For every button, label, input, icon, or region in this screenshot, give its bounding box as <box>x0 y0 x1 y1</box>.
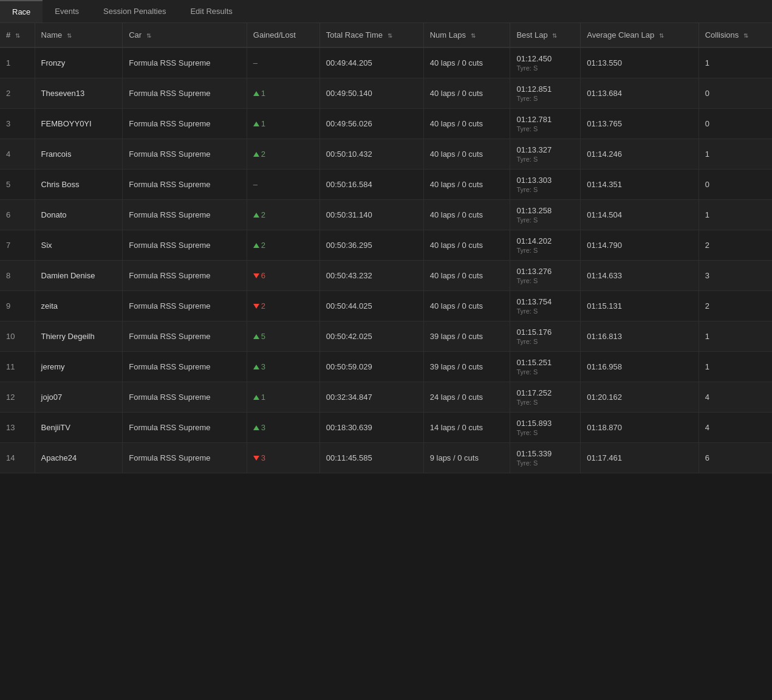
sort-icon-name: ⇅ <box>67 32 72 39</box>
cell-total-time: 00:49:44.205 <box>319 47 423 78</box>
cell-name: jeremy <box>35 352 123 382</box>
best-lap-time: 01:13.258 <box>516 206 552 215</box>
cell-collisions: 0 <box>699 170 772 200</box>
col-best-lap[interactable]: Best Lap ⇅ <box>510 23 581 47</box>
tab-events[interactable]: Events <box>43 0 91 22</box>
cell-num-laps: 40 laps / 0 cuts <box>423 261 510 291</box>
cell-gained: 5 <box>247 321 319 352</box>
table-row: 3FEMBOYY0YIFormula RSS Supreme100:49:56.… <box>0 109 772 139</box>
cell-collisions: 1 <box>699 200 772 230</box>
col-num-laps[interactable]: Num Laps ⇅ <box>423 23 510 47</box>
table-header: # ⇅ Name ⇅ Car ⇅ Gained/Lost Total Race … <box>0 23 772 47</box>
sort-icon-car: ⇅ <box>146 32 151 39</box>
cell-num-laps: 24 laps / 0 cuts <box>423 382 510 413</box>
cell-name: Apache24 <box>35 443 123 473</box>
cell-collisions: 3 <box>699 261 772 291</box>
sort-icon-pos: ⇅ <box>15 32 20 39</box>
cell-pos: 11 <box>0 352 35 382</box>
cell-car: Formula RSS Supreme <box>123 443 247 473</box>
table-row: 12jojo07Formula RSS Supreme100:32:34.847… <box>0 382 772 413</box>
table-row: 13BenjiiTVFormula RSS Supreme300:18:30.6… <box>0 413 772 443</box>
tab-edit-results[interactable]: Edit Results <box>178 0 244 22</box>
cell-best-lap: 01:13.303Tyre: S <box>510 170 581 200</box>
gain-up-indicator: 3 <box>253 362 313 371</box>
cell-car: Formula RSS Supreme <box>123 413 247 443</box>
table-row: 9zeitaFormula RSS Supreme200:50:44.02540… <box>0 291 772 321</box>
cell-total-time: 00:32:34.847 <box>319 382 423 413</box>
col-total-time[interactable]: Total Race Time ⇅ <box>319 23 423 47</box>
cell-num-laps: 39 laps / 0 cuts <box>423 321 510 352</box>
gain-up-indicator: 1 <box>253 119 313 128</box>
cell-num-laps: 40 laps / 0 cuts <box>423 139 510 170</box>
gain-up-indicator: 1 <box>253 393 313 402</box>
best-lap-time: 01:12.851 <box>516 84 552 94</box>
cell-total-time: 00:50:31.140 <box>319 200 423 230</box>
cell-name: Six <box>35 230 123 261</box>
best-lap-time: 01:13.327 <box>516 145 552 154</box>
best-lap-time: 01:12.781 <box>516 115 552 124</box>
cell-car: Formula RSS Supreme <box>123 230 247 261</box>
best-lap-time: 01:15.251 <box>516 358 552 367</box>
best-lap-time: 01:13.754 <box>516 297 552 306</box>
cell-best-lap: 01:12.450Tyre: S <box>510 47 581 78</box>
table-row: 6DonatoFormula RSS Supreme200:50:31.1404… <box>0 200 772 230</box>
cell-pos: 8 <box>0 261 35 291</box>
cell-gained: 1 <box>247 78 319 109</box>
cell-avg-lap: 01:14.504 <box>581 200 699 230</box>
cell-num-laps: 40 laps / 0 cuts <box>423 47 510 78</box>
table-row: 5Chris BossFormula RSS Supreme–00:50:16.… <box>0 170 772 200</box>
cell-best-lap: 01:12.851Tyre: S <box>510 78 581 109</box>
tab-bar: RaceEventsSession PenaltiesEdit Results <box>0 0 772 23</box>
table-row: 10Thierry DegeilhFormula RSS Supreme500:… <box>0 321 772 352</box>
table-row: 14Apache24Formula RSS Supreme300:11:45.5… <box>0 443 772 473</box>
cell-car: Formula RSS Supreme <box>123 139 247 170</box>
cell-avg-lap: 01:20.162 <box>581 382 699 413</box>
tyre-info: Tyre: S <box>516 186 574 193</box>
cell-pos: 14 <box>0 443 35 473</box>
cell-avg-lap: 01:17.461 <box>581 443 699 473</box>
col-pos[interactable]: # ⇅ <box>0 23 35 47</box>
col-avg-lap[interactable]: Average Clean Lap ⇅ <box>581 23 699 47</box>
table-container: # ⇅ Name ⇅ Car ⇅ Gained/Lost Total Race … <box>0 23 772 473</box>
tyre-info: Tyre: S <box>516 156 574 163</box>
cell-num-laps: 40 laps / 0 cuts <box>423 78 510 109</box>
sort-icon-col: ⇅ <box>743 32 748 39</box>
col-name[interactable]: Name ⇅ <box>35 23 123 47</box>
table-row: 7SixFormula RSS Supreme200:50:36.29540 l… <box>0 230 772 261</box>
cell-name: Chris Boss <box>35 170 123 200</box>
tab-session-penalties[interactable]: Session Penalties <box>91 0 178 22</box>
cell-car: Formula RSS Supreme <box>123 352 247 382</box>
tyre-info: Tyre: S <box>516 459 574 467</box>
cell-collisions: 4 <box>699 413 772 443</box>
cell-pos: 6 <box>0 200 35 230</box>
cell-car: Formula RSS Supreme <box>123 78 247 109</box>
tyre-info: Tyre: S <box>516 95 574 102</box>
cell-gained: 6 <box>247 261 319 291</box>
col-gained[interactable]: Gained/Lost <box>247 23 319 47</box>
gain-up-indicator: 2 <box>253 210 313 219</box>
cell-num-laps: 40 laps / 0 cuts <box>423 230 510 261</box>
gain-up-indicator: 2 <box>253 149 313 159</box>
cell-best-lap: 01:13.276Tyre: S <box>510 261 581 291</box>
triangle-down-icon <box>253 456 259 461</box>
best-lap-time: 01:15.893 <box>516 419 552 428</box>
cell-best-lap: 01:13.258Tyre: S <box>510 200 581 230</box>
cell-gained: 3 <box>247 413 319 443</box>
triangle-up-icon <box>253 91 259 96</box>
cell-pos: 5 <box>0 170 35 200</box>
cell-gained: 3 <box>247 352 319 382</box>
col-car[interactable]: Car ⇅ <box>123 23 247 47</box>
cell-total-time: 00:50:59.029 <box>319 352 423 382</box>
tyre-info: Tyre: S <box>516 399 574 406</box>
tab-race[interactable]: Race <box>0 0 43 22</box>
cell-collisions: 4 <box>699 382 772 413</box>
col-collisions[interactable]: Collisions ⇅ <box>699 23 772 47</box>
cell-pos: 12 <box>0 382 35 413</box>
best-lap-time: 01:15.176 <box>516 328 552 337</box>
cell-collisions: 1 <box>699 321 772 352</box>
cell-car: Formula RSS Supreme <box>123 47 247 78</box>
cell-avg-lap: 01:16.813 <box>581 321 699 352</box>
triangle-up-icon <box>253 243 259 248</box>
table-row: 4FrancoisFormula RSS Supreme200:50:10.43… <box>0 139 772 170</box>
cell-car: Formula RSS Supreme <box>123 321 247 352</box>
